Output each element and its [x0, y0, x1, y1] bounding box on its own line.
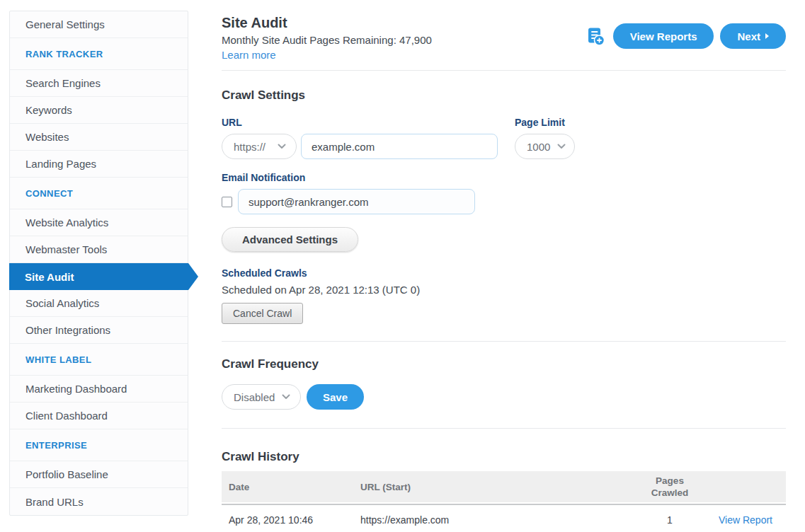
site-audit-panel: Site Audit Monthly Site Audit Pages Rema… [222, 14, 786, 532]
page-limit-group: Page Limit 1000 [515, 117, 575, 159]
view-report-link[interactable]: View Report [719, 514, 772, 526]
view-reports-label: View Reports [630, 30, 697, 42]
advanced-settings-button[interactable]: Advanced Settings [222, 227, 358, 252]
header-divider [222, 70, 786, 71]
sidebar-item-website-analytics[interactable]: Website Analytics [10, 209, 188, 236]
sidebar-item-keywords[interactable]: Keywords [10, 97, 188, 124]
sidebar-item-portfolio-baseline[interactable]: Portfolio Baseline [10, 461, 188, 488]
cell-url: https://example.com [360, 514, 624, 526]
sidebar-item-search-engines[interactable]: Search Engines [10, 70, 188, 97]
column-header-date: Date [222, 482, 360, 492]
protocol-value: https:// [234, 141, 266, 153]
protocol-dropdown[interactable]: https:// [222, 134, 297, 159]
email-notification-label: Email Notification [222, 172, 786, 183]
next-button[interactable]: Next [720, 23, 786, 49]
column-header-pages-crawled: Pages Crawled [624, 471, 716, 502]
url-label: URL [222, 117, 498, 128]
scheduled-crawls-label: Scheduled Crawls [222, 267, 786, 279]
chevron-down-icon [278, 144, 286, 149]
url-group: URL https:// [222, 117, 498, 159]
header-actions: View Reports Next [586, 23, 786, 49]
frequency-value: Disabled [234, 391, 275, 403]
add-report-icon[interactable] [586, 27, 605, 46]
settings-sidebar: General Settings RANK TRACKER Search Eng… [9, 11, 188, 516]
sidebar-item-client-dashboard[interactable]: Client Dashboard [10, 403, 188, 429]
crawl-history-heading: Crawl History [222, 450, 786, 464]
page-limit-dropdown[interactable]: 1000 [515, 134, 575, 159]
crawl-frequency-heading: Crawl Frequency [222, 357, 786, 371]
frequency-dropdown[interactable]: Disabled [222, 384, 301, 410]
sidebar-section-white-label: WHITE LABEL [10, 344, 188, 376]
page-limit-label: Page Limit [515, 117, 575, 128]
email-notification-checkbox[interactable] [222, 197, 232, 207]
sidebar-item-landing-pages[interactable]: Landing Pages [10, 151, 188, 178]
sidebar-section-connect: CONNECT [10, 178, 188, 209]
cancel-crawl-button[interactable]: Cancel Crawl [222, 303, 303, 324]
cell-date: Apr 28, 2021 10:46 [222, 514, 360, 526]
save-button[interactable]: Save [307, 384, 364, 410]
chevron-down-icon [557, 144, 566, 149]
sidebar-item-social-analytics[interactable]: Social Analytics [10, 290, 188, 317]
table-row: Apr 28, 2021 10:46 https://example.com 1… [222, 505, 786, 532]
crawl-history-table: Date URL (Start) Pages Crawled Apr 28, 2… [222, 471, 786, 532]
sidebar-item-general-settings[interactable]: General Settings [10, 11, 188, 38]
sidebar-item-other-integrations[interactable]: Other Integrations [10, 317, 188, 344]
page-limit-value: 1000 [527, 141, 550, 153]
sidebar-section-enterprise: ENTERPRISE [10, 429, 188, 461]
view-reports-button[interactable]: View Reports [613, 23, 714, 49]
sidebar-item-site-audit[interactable]: Site Audit [9, 263, 188, 290]
scheduled-crawl-text: Scheduled on Apr 28, 2021 12:13 (UTC 0) [222, 284, 786, 296]
frequency-row: Disabled Save [222, 384, 786, 410]
sidebar-item-brand-urls[interactable]: Brand URLs [10, 488, 188, 515]
sidebar-item-webmaster-tools[interactable]: Webmaster Tools [10, 236, 188, 263]
next-arrow-icon [765, 33, 769, 39]
sidebar-item-marketing-dashboard[interactable]: Marketing Dashboard [10, 376, 188, 403]
section-divider-2 [222, 428, 786, 429]
email-input[interactable] [238, 189, 475, 214]
section-divider-1 [222, 341, 786, 342]
crawl-settings-heading: Crawl Settings [222, 88, 786, 103]
sidebar-item-websites[interactable]: Websites [10, 124, 188, 151]
column-header-url: URL (Start) [360, 482, 624, 492]
email-row [222, 189, 786, 214]
url-row: URL https:// Page Limit 1000 [222, 117, 786, 159]
learn-more-link[interactable]: Learn more [222, 48, 276, 62]
url-input[interactable] [301, 134, 498, 159]
cell-pages-crawled: 1 [624, 514, 716, 526]
sidebar-section-rank-tracker: RANK TRACKER [10, 38, 188, 70]
column-header-pages-crawled-text: Pages Crawled [648, 471, 692, 502]
table-header-row: Date URL (Start) Pages Crawled [222, 471, 786, 502]
next-label: Next [737, 30, 760, 42]
chevron-down-icon [282, 394, 290, 400]
